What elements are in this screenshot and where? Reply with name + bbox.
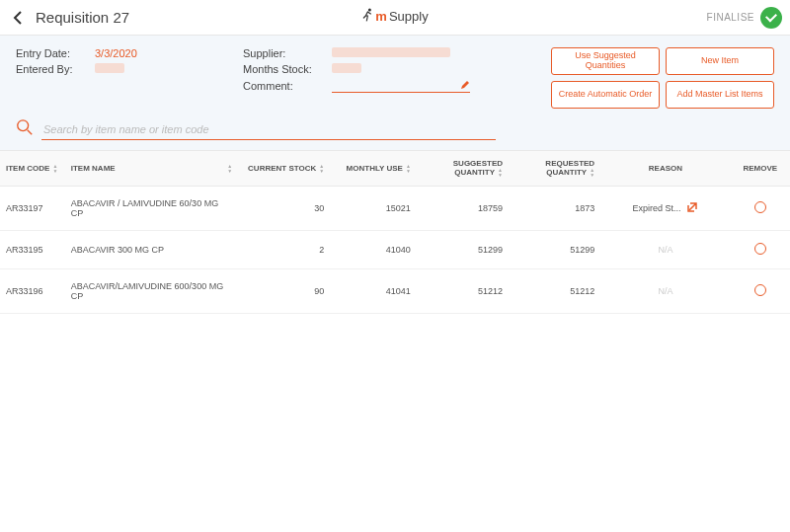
cell-suggested-qty: 51299 [417, 231, 509, 269]
col-suggested-qty[interactable]: SUGGESTED QUANTITY [417, 151, 509, 187]
reason-value: N/A [658, 286, 672, 296]
cell-remove[interactable] [731, 187, 790, 231]
cell-remove[interactable] [731, 269, 790, 314]
search-icon [16, 118, 34, 140]
cell-item-name: ABACAVIR 300 MG CP [65, 231, 238, 269]
table-row: AR33197 ABACAVIR / LAMIVUDINE 60/30 MG C… [0, 187, 790, 231]
col-item-name[interactable]: ITEM NAME [65, 151, 238, 187]
svg-line-2 [28, 130, 33, 135]
cell-reason[interactable]: N/A [600, 269, 731, 314]
cell-suggested-qty: 18759 [417, 187, 509, 231]
reason-value: N/A [658, 245, 672, 255]
entered-by-label: Entered By: [16, 63, 95, 75]
cell-current-stock: 2 [238, 231, 330, 269]
add-master-list-button[interactable]: Add Master List Items [666, 81, 774, 109]
cell-reason[interactable]: Expired St... [600, 187, 731, 231]
cell-current-stock: 90 [238, 269, 330, 314]
new-item-button[interactable]: New Item [666, 47, 774, 75]
col-current-stock[interactable]: CURRENT STOCK [238, 151, 330, 187]
reason-value: Expired St... [632, 203, 680, 213]
brand-m: m [375, 9, 387, 24]
col-requested-qty[interactable]: REQUESTED QUANTITY [509, 151, 600, 187]
cell-requested-qty[interactable]: 51212 [509, 269, 600, 314]
sort-icon [498, 168, 503, 178]
comment-label: Comment: [243, 80, 332, 92]
col-item-code[interactable]: ITEM CODE [0, 151, 65, 187]
entry-date-value: 3/3/2020 [95, 47, 137, 59]
running-man-icon [361, 8, 373, 25]
create-auto-order-button[interactable]: Create Automatic Order [551, 81, 660, 109]
sort-icon [406, 164, 411, 174]
cell-item-code: AR33197 [0, 187, 65, 231]
cell-monthly-use: 41041 [330, 269, 417, 314]
finalise-label: FINALISE [707, 12, 754, 23]
cell-item-name: ABACAVIR/LAMIVUDINE 600/300 MG CP [65, 269, 238, 314]
remove-icon[interactable] [754, 201, 766, 213]
sort-icon [227, 164, 232, 174]
entry-date-label: Entry Date: [16, 47, 95, 59]
cell-suggested-qty: 51212 [417, 269, 509, 314]
back-button[interactable] [8, 8, 28, 28]
pencil-icon [460, 80, 470, 92]
cell-reason[interactable]: N/A [600, 231, 731, 269]
supplier-value [332, 47, 450, 59]
finalise-button[interactable] [760, 7, 782, 29]
items-table: ITEM CODE ITEM NAME CURRENT STOCK MONTHL… [0, 150, 790, 314]
cell-current-stock: 30 [238, 187, 330, 231]
supplier-label: Supplier: [243, 47, 332, 59]
cell-item-code: AR33195 [0, 231, 65, 269]
cell-item-code: AR33196 [0, 269, 65, 314]
search-input[interactable] [41, 119, 496, 140]
cell-monthly-use: 41040 [330, 231, 417, 269]
cell-item-name: ABACAVIR / LAMIVUDINE 60/30 MG CP [65, 187, 238, 231]
col-reason: REASON [600, 151, 731, 187]
table-row: AR33196 ABACAVIR/LAMIVUDINE 600/300 MG C… [0, 269, 790, 314]
table-row: AR33195 ABACAVIR 300 MG CP 2 41040 51299… [0, 231, 790, 269]
cell-requested-qty[interactable]: 1873 [509, 187, 600, 231]
cell-remove[interactable] [731, 231, 790, 269]
comment-input[interactable] [332, 79, 470, 93]
months-stock-value [332, 63, 361, 75]
title-bar: Requisition 27 mSupply FINALISE [0, 0, 790, 36]
sort-icon [319, 164, 324, 174]
svg-point-0 [368, 9, 371, 12]
use-suggested-button[interactable]: Use Suggested Quantities [551, 47, 660, 75]
cell-requested-qty[interactable]: 51299 [509, 231, 600, 269]
months-stock-label: Months Stock: [243, 63, 332, 75]
sort-icon [52, 164, 57, 174]
col-remove: REMOVE [731, 151, 790, 187]
info-panel: Entry Date: 3/3/2020 Entered By: Supplie… [0, 36, 790, 150]
sort-icon [590, 168, 594, 178]
svg-point-1 [18, 120, 29, 131]
cell-monthly-use: 15021 [330, 187, 417, 231]
remove-icon[interactable] [754, 284, 766, 296]
col-monthly-use[interactable]: MONTHLY USE [330, 151, 417, 187]
app-brand: mSupply [361, 8, 428, 25]
page-title: Requisition 27 [36, 9, 129, 26]
entered-by-value [95, 63, 124, 75]
open-reason-icon[interactable] [686, 201, 698, 215]
brand-supply: Supply [389, 9, 429, 24]
remove-icon[interactable] [754, 243, 766, 255]
